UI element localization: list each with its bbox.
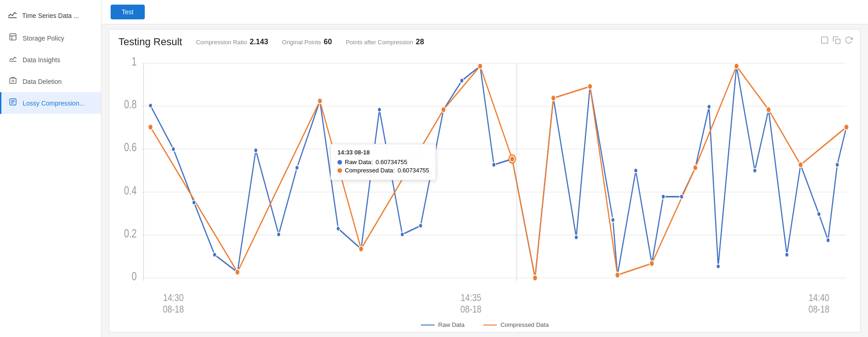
chart-action-icons — [821, 36, 853, 47]
sidebar-item-data-insights[interactable]: Data Insights — [0, 49, 101, 71]
raw-data-line — [150, 66, 846, 278]
svg-point-49 — [460, 78, 464, 83]
sidebar-item-label: Data Insights — [23, 56, 60, 64]
svg-point-62 — [680, 195, 684, 199]
expand-icon[interactable] — [821, 36, 829, 47]
svg-point-47 — [419, 224, 422, 228]
line-chart: 1 0.8 0.6 0.4 0.2 0 14:30 08-18 14:35 08… — [114, 52, 856, 319]
copy-icon[interactable] — [833, 36, 841, 47]
svg-point-76 — [235, 269, 240, 275]
svg-point-90 — [798, 162, 803, 168]
original-points-label: Original Points — [282, 39, 321, 46]
legend-compressed-label: Compressed Data — [501, 321, 549, 328]
points-after-label: Points after Compression — [346, 39, 413, 46]
svg-point-40 — [277, 232, 281, 236]
storage-policy-icon — [9, 33, 17, 43]
svg-point-78 — [359, 246, 363, 252]
sidebar: Time Series Data ... Storage Policy Data… — [0, 0, 101, 337]
svg-point-69 — [785, 253, 789, 257]
svg-point-45 — [378, 107, 381, 112]
toolbar: Test — [101, 0, 868, 24]
points-after-meta: Points after Compression 28 — [346, 38, 424, 46]
chart-container: Testing Result Compression Ratio 2.143 O… — [109, 29, 861, 332]
sidebar-item-storage-policy[interactable]: Storage Policy — [0, 27, 101, 49]
svg-point-55 — [574, 235, 578, 240]
sidebar-item-lossy-compression[interactable]: Lossy Compression... — [0, 92, 101, 114]
svg-point-72 — [826, 238, 830, 242]
original-points-meta: Original Points 60 — [282, 38, 332, 46]
svg-rect-5 — [10, 78, 16, 83]
svg-point-59 — [634, 168, 638, 173]
svg-point-36 — [192, 200, 196, 205]
svg-point-46 — [401, 232, 404, 236]
svg-point-35 — [171, 147, 175, 151]
svg-point-84 — [588, 83, 592, 89]
legend-compressed: Compressed Data — [483, 321, 549, 328]
svg-point-39 — [254, 148, 258, 153]
sidebar-header[interactable]: Time Series Data ... — [0, 4, 101, 27]
svg-point-77 — [318, 98, 322, 104]
svg-text:14:35: 14:35 — [461, 292, 481, 303]
svg-point-88 — [734, 63, 739, 69]
svg-point-81 — [510, 156, 514, 162]
svg-point-79 — [441, 107, 446, 113]
legend-raw-label: Raw Data — [438, 321, 465, 328]
svg-text:08-18: 08-18 — [163, 303, 184, 314]
chart-legend: Raw Data Compressed Data — [109, 319, 860, 332]
svg-point-87 — [693, 165, 697, 171]
svg-point-85 — [615, 272, 620, 278]
svg-point-91 — [844, 124, 849, 130]
test-button[interactable]: Test — [111, 5, 145, 19]
svg-text:0.4: 0.4 — [124, 183, 137, 197]
data-deletion-icon — [9, 76, 17, 87]
legend-raw-line — [421, 325, 435, 325]
chart-area: 1 0.8 0.6 0.4 0.2 0 14:30 08-18 14:35 08… — [109, 52, 860, 319]
svg-point-83 — [551, 95, 556, 101]
svg-point-86 — [650, 260, 654, 266]
svg-point-80 — [478, 63, 483, 69]
sidebar-item-data-deletion[interactable]: Data Deletion — [0, 71, 101, 92]
svg-point-65 — [716, 264, 720, 269]
svg-point-57 — [611, 218, 615, 222]
points-after-value: 28 — [416, 38, 424, 46]
svg-text:0.2: 0.2 — [124, 226, 137, 240]
chart-title: Testing Result — [118, 36, 182, 48]
svg-text:08-18: 08-18 — [809, 303, 830, 314]
svg-point-75 — [148, 124, 153, 130]
svg-text:1: 1 — [132, 55, 137, 68]
svg-text:14:30: 14:30 — [163, 292, 184, 303]
svg-point-51 — [492, 162, 496, 167]
legend-compressed-line — [483, 325, 497, 325]
svg-point-73 — [835, 162, 839, 167]
compression-ratio-label: Compression Ratio — [196, 39, 247, 46]
refresh-icon[interactable] — [844, 36, 853, 47]
sidebar-item-label: Lossy Compression... — [23, 100, 85, 107]
svg-text:0.8: 0.8 — [124, 98, 137, 111]
svg-point-41 — [295, 166, 299, 170]
sidebar-item-label: Data Deletion — [23, 78, 62, 85]
svg-rect-1 — [10, 34, 16, 40]
main-content: Test Testing Result Compression Ratio 2.… — [101, 0, 868, 337]
svg-text:0: 0 — [132, 270, 137, 283]
svg-point-71 — [817, 212, 821, 216]
svg-text:08-18: 08-18 — [461, 303, 482, 314]
svg-rect-12 — [821, 37, 828, 43]
legend-raw: Raw Data — [421, 321, 465, 328]
svg-point-43 — [337, 226, 340, 231]
svg-point-64 — [707, 105, 711, 109]
svg-point-89 — [766, 107, 771, 113]
svg-point-37 — [213, 253, 217, 257]
svg-point-61 — [661, 195, 665, 199]
sidebar-header-label: Time Series Data ... — [22, 12, 79, 19]
compression-ratio-value: 2.143 — [250, 38, 268, 46]
svg-point-67 — [753, 168, 757, 173]
compression-ratio-meta: Compression Ratio 2.143 — [196, 38, 268, 46]
svg-point-34 — [148, 103, 152, 108]
chart-header: Testing Result Compression Ratio 2.143 O… — [109, 30, 860, 52]
sidebar-item-label: Storage Policy — [23, 35, 64, 42]
svg-point-82 — [533, 275, 537, 281]
data-insights-icon — [9, 54, 17, 65]
original-points-value: 60 — [324, 38, 332, 46]
timeseries-icon — [7, 9, 18, 22]
lossy-compression-icon — [9, 98, 17, 108]
